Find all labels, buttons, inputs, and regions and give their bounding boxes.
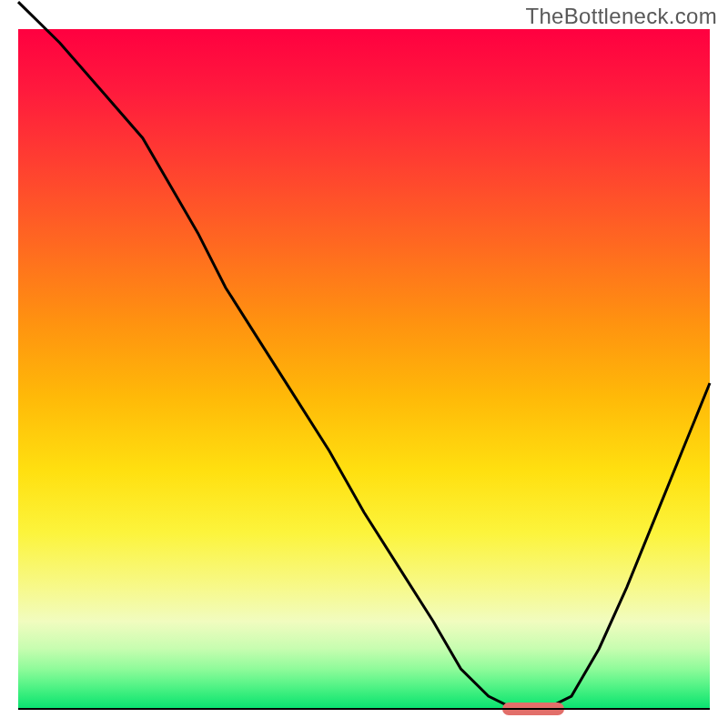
chart-curve — [18, 29, 710, 710]
chart-plot-area — [18, 29, 710, 710]
watermark-text: TheBottleneck.com — [525, 4, 717, 29]
chart-baseline — [18, 708, 710, 710]
